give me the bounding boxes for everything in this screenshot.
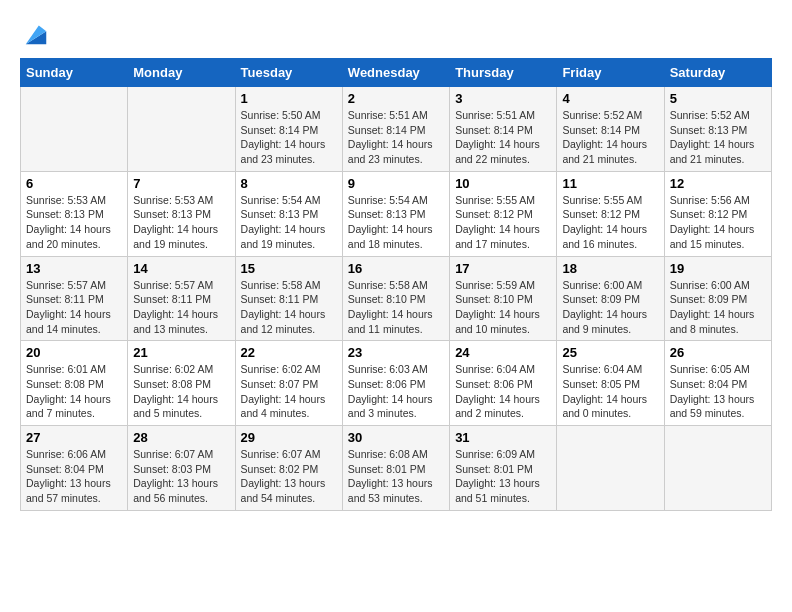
calendar-cell: 12Sunrise: 5:56 AM Sunset: 8:12 PM Dayli… xyxy=(664,171,771,256)
day-number: 3 xyxy=(455,91,551,106)
cell-content: Sunrise: 6:07 AM Sunset: 8:02 PM Dayligh… xyxy=(241,447,337,506)
cell-content: Sunrise: 6:05 AM Sunset: 8:04 PM Dayligh… xyxy=(670,362,766,421)
day-number: 30 xyxy=(348,430,444,445)
cell-content: Sunrise: 6:03 AM Sunset: 8:06 PM Dayligh… xyxy=(348,362,444,421)
cell-content: Sunrise: 5:59 AM Sunset: 8:10 PM Dayligh… xyxy=(455,278,551,337)
calendar-cell: 20Sunrise: 6:01 AM Sunset: 8:08 PM Dayli… xyxy=(21,341,128,426)
day-number: 5 xyxy=(670,91,766,106)
calendar-header-row: SundayMondayTuesdayWednesdayThursdayFrid… xyxy=(21,59,772,87)
calendar-cell: 24Sunrise: 6:04 AM Sunset: 8:06 PM Dayli… xyxy=(450,341,557,426)
week-row-0: 1Sunrise: 5:50 AM Sunset: 8:14 PM Daylig… xyxy=(21,87,772,172)
cell-content: Sunrise: 6:01 AM Sunset: 8:08 PM Dayligh… xyxy=(26,362,122,421)
calendar-cell: 16Sunrise: 5:58 AM Sunset: 8:10 PM Dayli… xyxy=(342,256,449,341)
cell-content: Sunrise: 6:02 AM Sunset: 8:08 PM Dayligh… xyxy=(133,362,229,421)
calendar-cell: 14Sunrise: 5:57 AM Sunset: 8:11 PM Dayli… xyxy=(128,256,235,341)
calendar-cell: 11Sunrise: 5:55 AM Sunset: 8:12 PM Dayli… xyxy=(557,171,664,256)
cell-content: Sunrise: 5:55 AM Sunset: 8:12 PM Dayligh… xyxy=(562,193,658,252)
day-number: 8 xyxy=(241,176,337,191)
cell-content: Sunrise: 5:56 AM Sunset: 8:12 PM Dayligh… xyxy=(670,193,766,252)
day-number: 12 xyxy=(670,176,766,191)
calendar-cell: 21Sunrise: 6:02 AM Sunset: 8:08 PM Dayli… xyxy=(128,341,235,426)
day-number: 21 xyxy=(133,345,229,360)
calendar-cell: 18Sunrise: 6:00 AM Sunset: 8:09 PM Dayli… xyxy=(557,256,664,341)
calendar-cell xyxy=(21,87,128,172)
cell-content: Sunrise: 6:04 AM Sunset: 8:05 PM Dayligh… xyxy=(562,362,658,421)
cell-content: Sunrise: 5:54 AM Sunset: 8:13 PM Dayligh… xyxy=(241,193,337,252)
calendar-cell: 30Sunrise: 6:08 AM Sunset: 8:01 PM Dayli… xyxy=(342,426,449,511)
day-number: 14 xyxy=(133,261,229,276)
cell-content: Sunrise: 5:51 AM Sunset: 8:14 PM Dayligh… xyxy=(348,108,444,167)
calendar-cell: 4Sunrise: 5:52 AM Sunset: 8:14 PM Daylig… xyxy=(557,87,664,172)
week-row-3: 20Sunrise: 6:01 AM Sunset: 8:08 PM Dayli… xyxy=(21,341,772,426)
cell-content: Sunrise: 5:52 AM Sunset: 8:14 PM Dayligh… xyxy=(562,108,658,167)
day-number: 29 xyxy=(241,430,337,445)
week-row-1: 6Sunrise: 5:53 AM Sunset: 8:13 PM Daylig… xyxy=(21,171,772,256)
calendar-cell: 26Sunrise: 6:05 AM Sunset: 8:04 PM Dayli… xyxy=(664,341,771,426)
day-header-wednesday: Wednesday xyxy=(342,59,449,87)
cell-content: Sunrise: 5:57 AM Sunset: 8:11 PM Dayligh… xyxy=(133,278,229,337)
calendar-cell: 15Sunrise: 5:58 AM Sunset: 8:11 PM Dayli… xyxy=(235,256,342,341)
day-number: 25 xyxy=(562,345,658,360)
day-header-saturday: Saturday xyxy=(664,59,771,87)
day-header-friday: Friday xyxy=(557,59,664,87)
day-number: 23 xyxy=(348,345,444,360)
day-number: 28 xyxy=(133,430,229,445)
day-number: 15 xyxy=(241,261,337,276)
calendar-cell xyxy=(128,87,235,172)
calendar-cell: 7Sunrise: 5:53 AM Sunset: 8:13 PM Daylig… xyxy=(128,171,235,256)
day-number: 1 xyxy=(241,91,337,106)
week-row-4: 27Sunrise: 6:06 AM Sunset: 8:04 PM Dayli… xyxy=(21,426,772,511)
calendar-cell: 29Sunrise: 6:07 AM Sunset: 8:02 PM Dayli… xyxy=(235,426,342,511)
day-number: 16 xyxy=(348,261,444,276)
day-number: 31 xyxy=(455,430,551,445)
calendar-cell: 22Sunrise: 6:02 AM Sunset: 8:07 PM Dayli… xyxy=(235,341,342,426)
week-row-2: 13Sunrise: 5:57 AM Sunset: 8:11 PM Dayli… xyxy=(21,256,772,341)
calendar-table: SundayMondayTuesdayWednesdayThursdayFrid… xyxy=(20,58,772,511)
cell-content: Sunrise: 6:09 AM Sunset: 8:01 PM Dayligh… xyxy=(455,447,551,506)
calendar-cell: 13Sunrise: 5:57 AM Sunset: 8:11 PM Dayli… xyxy=(21,256,128,341)
calendar-cell xyxy=(664,426,771,511)
calendar-cell: 1Sunrise: 5:50 AM Sunset: 8:14 PM Daylig… xyxy=(235,87,342,172)
cell-content: Sunrise: 6:07 AM Sunset: 8:03 PM Dayligh… xyxy=(133,447,229,506)
cell-content: Sunrise: 5:51 AM Sunset: 8:14 PM Dayligh… xyxy=(455,108,551,167)
calendar-cell: 10Sunrise: 5:55 AM Sunset: 8:12 PM Dayli… xyxy=(450,171,557,256)
day-number: 26 xyxy=(670,345,766,360)
logo-icon xyxy=(22,20,50,48)
day-number: 11 xyxy=(562,176,658,191)
cell-content: Sunrise: 5:57 AM Sunset: 8:11 PM Dayligh… xyxy=(26,278,122,337)
calendar-cell: 5Sunrise: 5:52 AM Sunset: 8:13 PM Daylig… xyxy=(664,87,771,172)
cell-content: Sunrise: 5:58 AM Sunset: 8:10 PM Dayligh… xyxy=(348,278,444,337)
page-header xyxy=(20,20,772,48)
calendar-cell: 19Sunrise: 6:00 AM Sunset: 8:09 PM Dayli… xyxy=(664,256,771,341)
cell-content: Sunrise: 6:06 AM Sunset: 8:04 PM Dayligh… xyxy=(26,447,122,506)
day-number: 24 xyxy=(455,345,551,360)
day-header-sunday: Sunday xyxy=(21,59,128,87)
calendar-cell: 25Sunrise: 6:04 AM Sunset: 8:05 PM Dayli… xyxy=(557,341,664,426)
cell-content: Sunrise: 6:04 AM Sunset: 8:06 PM Dayligh… xyxy=(455,362,551,421)
cell-content: Sunrise: 5:55 AM Sunset: 8:12 PM Dayligh… xyxy=(455,193,551,252)
calendar-cell: 23Sunrise: 6:03 AM Sunset: 8:06 PM Dayli… xyxy=(342,341,449,426)
cell-content: Sunrise: 6:02 AM Sunset: 8:07 PM Dayligh… xyxy=(241,362,337,421)
day-number: 2 xyxy=(348,91,444,106)
day-number: 20 xyxy=(26,345,122,360)
day-number: 19 xyxy=(670,261,766,276)
cell-content: Sunrise: 6:00 AM Sunset: 8:09 PM Dayligh… xyxy=(670,278,766,337)
calendar-cell: 31Sunrise: 6:09 AM Sunset: 8:01 PM Dayli… xyxy=(450,426,557,511)
calendar-cell: 3Sunrise: 5:51 AM Sunset: 8:14 PM Daylig… xyxy=(450,87,557,172)
day-number: 22 xyxy=(241,345,337,360)
logo xyxy=(20,20,50,48)
calendar-cell: 6Sunrise: 5:53 AM Sunset: 8:13 PM Daylig… xyxy=(21,171,128,256)
cell-content: Sunrise: 5:53 AM Sunset: 8:13 PM Dayligh… xyxy=(26,193,122,252)
day-number: 9 xyxy=(348,176,444,191)
cell-content: Sunrise: 5:58 AM Sunset: 8:11 PM Dayligh… xyxy=(241,278,337,337)
day-header-tuesday: Tuesday xyxy=(235,59,342,87)
calendar-cell: 17Sunrise: 5:59 AM Sunset: 8:10 PM Dayli… xyxy=(450,256,557,341)
day-number: 27 xyxy=(26,430,122,445)
day-number: 18 xyxy=(562,261,658,276)
day-number: 17 xyxy=(455,261,551,276)
calendar-cell: 28Sunrise: 6:07 AM Sunset: 8:03 PM Dayli… xyxy=(128,426,235,511)
calendar-cell: 27Sunrise: 6:06 AM Sunset: 8:04 PM Dayli… xyxy=(21,426,128,511)
cell-content: Sunrise: 6:08 AM Sunset: 8:01 PM Dayligh… xyxy=(348,447,444,506)
cell-content: Sunrise: 6:00 AM Sunset: 8:09 PM Dayligh… xyxy=(562,278,658,337)
cell-content: Sunrise: 5:54 AM Sunset: 8:13 PM Dayligh… xyxy=(348,193,444,252)
